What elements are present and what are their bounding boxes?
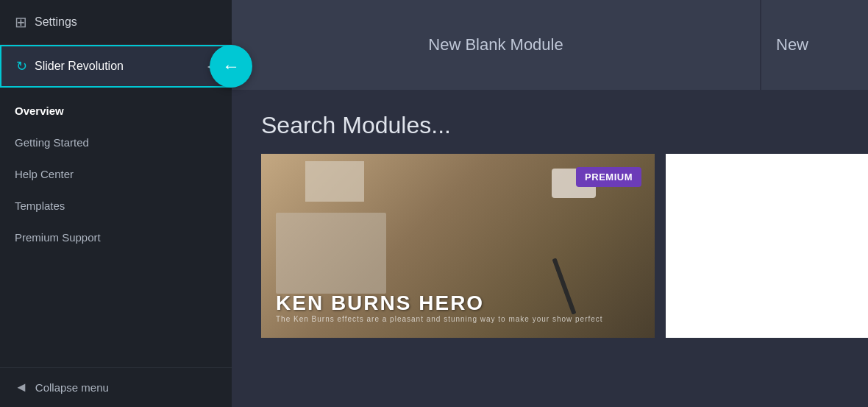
collapse-icon: ◄: [15, 380, 28, 395]
sidebar-item-getting-started[interactable]: Getting Started: [0, 127, 232, 158]
template-card-secondary[interactable]: [666, 154, 868, 338]
templates-grid: KEN BURNS HERO The Ken Burns effects are…: [232, 154, 868, 407]
settings-icon: ⊞: [15, 13, 27, 31]
slider-revolution-label: Slider Revolution: [35, 60, 198, 73]
template-card-ken-burns[interactable]: KEN BURNS HERO The Ken Burns effects are…: [261, 154, 655, 338]
search-area: Search Modules...: [232, 90, 868, 154]
secondary-card-background: [666, 154, 868, 338]
settings-header[interactable]: ⊞ Settings: [0, 0, 232, 45]
new-blank-module-title: New Blank Module: [428, 35, 563, 54]
slider-revolution-icon: ↻: [16, 58, 27, 74]
new-partial-title: New: [776, 35, 808, 54]
sidebar-item-templates[interactable]: Templates: [0, 190, 232, 222]
new-blank-module-card[interactable]: New Blank Module: [232, 0, 761, 90]
nav-items: Overview Getting Started Help Center Tem…: [0, 88, 232, 367]
collapse-menu-label: Collapse menu: [35, 381, 109, 394]
sidebar-item-premium-support[interactable]: Premium Support: [0, 222, 232, 253]
template-card-subtitle: The Ken Burns effects are a pleasant and…: [276, 315, 640, 323]
premium-badge: PREMIUM: [576, 167, 641, 187]
sidebar-item-overview[interactable]: Overview: [0, 95, 232, 127]
template-decoration-3: [276, 213, 386, 294]
sidebar: ⊞ Settings ↻ Slider Revolution ◄ ← Overv…: [0, 0, 232, 407]
back-button[interactable]: ←: [210, 45, 252, 88]
top-cards-row: New Blank Module New: [232, 0, 868, 90]
template-decoration-2: [305, 161, 364, 202]
new-partial-card[interactable]: New: [761, 0, 868, 90]
back-arrow-icon: ←: [222, 56, 240, 77]
slider-revolution-item[interactable]: ↻ Slider Revolution ◄ ←: [0, 45, 232, 88]
collapse-menu-item[interactable]: ◄ Collapse menu: [0, 367, 232, 407]
template-card-title: KEN BURNS HERO: [276, 291, 640, 315]
main-content: New Blank Module New Search Modules... K…: [232, 0, 868, 407]
settings-title: Settings: [35, 15, 77, 29]
sidebar-item-help-center[interactable]: Help Center: [0, 158, 232, 190]
search-modules-label[interactable]: Search Modules...: [261, 112, 451, 138]
